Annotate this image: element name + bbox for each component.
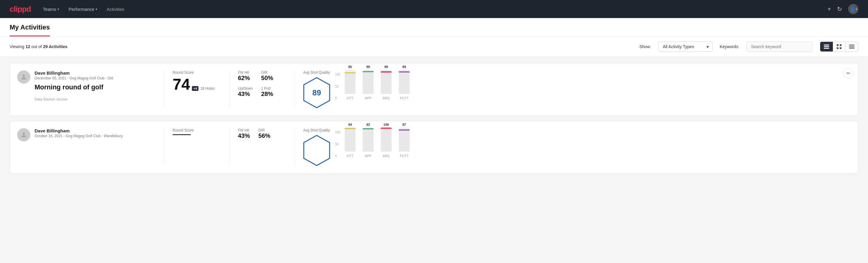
card-divider-3: [294, 128, 295, 166]
bar-value-label: 93: [366, 123, 370, 126]
user-date: December 05, 2021 - Gog Magog Golf Club …: [35, 76, 155, 80]
hexagon: 89: [303, 77, 330, 108]
round-score-label: Round Score: [173, 128, 221, 133]
gir-value: 56%: [258, 133, 270, 139]
bar-container: [381, 127, 392, 152]
round-score-block: [173, 134, 221, 135]
one-putt-value: 28%: [261, 91, 273, 97]
svg-rect-6: [840, 47, 841, 49]
show-label: Show:: [640, 44, 651, 49]
bar-group-arg: 106ARG: [381, 123, 392, 158]
avg-shot-quality-label: Avg Shot Quality: [303, 128, 330, 133]
bar-container: [399, 127, 410, 152]
bar-value-label: 106: [383, 123, 389, 126]
nav-item-activities[interactable]: Activities: [107, 4, 125, 14]
bar-chart: 94OTT93APP106ARG87PUTT: [345, 130, 410, 164]
card-divider-3: [294, 70, 295, 108]
score-number: 74: [173, 77, 190, 92]
bar-group-app: 90APP: [363, 65, 374, 100]
bar-chart: 85OTT90APP89ARG89PUTT: [345, 73, 410, 106]
bar-axis-label: APP: [365, 96, 371, 100]
bar-value-label: 87: [402, 123, 406, 126]
hexagon-wrap: [303, 135, 330, 166]
user-icon: 👤: [850, 6, 856, 12]
bar-axis-label: OTT: [347, 96, 353, 100]
page-header: My Activities: [0, 18, 868, 37]
bar-axis-label: APP: [365, 154, 371, 158]
svg-rect-4: [840, 44, 841, 46]
view-list-compact-button[interactable]: [845, 42, 858, 52]
bar-value-label: 85: [348, 65, 352, 68]
updown-stat: Up/Down 43%: [238, 86, 253, 97]
avg-label-col: Avg Shot Quality 89: [303, 70, 330, 108]
updown-value: 43%: [238, 91, 253, 97]
svg-rect-9: [849, 47, 855, 48]
bar-axis-label: PUTT: [400, 96, 409, 100]
hex-value: 89: [312, 88, 321, 97]
bar-container: [363, 127, 374, 152]
navbar-right: + ↻ 👤 ▾: [828, 4, 858, 14]
fw-hit-label: FW Hit: [238, 128, 250, 133]
bar-value-label: 90: [366, 65, 370, 68]
svg-rect-5: [837, 47, 839, 49]
bar-fill: [363, 72, 374, 94]
bar-chart-container: 100 50 0 94OTT93APP106ARG87PUTT: [337, 130, 410, 164]
avg-shot-quality-section: Avg Shot Quality 89 100 50 0: [303, 70, 851, 108]
bar-container: [363, 70, 374, 94]
card-left: Dave Billingham October 16, 2021 - Gog M…: [17, 128, 155, 141]
filter-bar: Viewing 12 out of 29 Activities Show: Al…: [0, 37, 868, 57]
svg-rect-10: [849, 48, 855, 49]
data-source: Data Source: Arccos: [35, 97, 155, 101]
gir-value: 50%: [261, 75, 273, 82]
bar-group-arg: 89ARG: [381, 65, 392, 100]
svg-rect-2: [824, 48, 829, 49]
bar-fill: [345, 129, 355, 152]
score-badge: +4: [192, 86, 199, 91]
activity-card: Dave Billingham December 05, 2021 - Gog …: [10, 63, 858, 116]
add-icon[interactable]: +: [828, 6, 831, 12]
card-divider-2: [229, 70, 229, 108]
bar-chart-container: 100 50 0 85OTT90APP89ARG89PUTT: [337, 73, 410, 106]
bar-value-label: 89: [402, 65, 406, 68]
edit-button[interactable]: ✏: [843, 68, 853, 78]
viewing-count-text: Viewing 12 out of 29 Activities: [10, 44, 67, 49]
svg-marker-14: [304, 136, 330, 166]
one-putt-label: 1 Putt: [261, 86, 273, 91]
fw-hit-value: 43%: [238, 133, 250, 139]
view-list-detailed-button[interactable]: [820, 42, 833, 52]
fw-hit-stat: FW Hit 62%: [238, 70, 253, 82]
keywords-label: Keywords:: [720, 44, 739, 49]
performance-chevron-icon: ▾: [96, 7, 97, 11]
svg-point-11: [23, 75, 25, 77]
user-chevron-icon: ▾: [856, 7, 857, 11]
navbar: clippd Teams ▾ Performance ▾ Activities …: [0, 0, 868, 18]
bar-fill: [381, 129, 392, 152]
bar-value-label: 94: [348, 123, 352, 126]
activity-type-dropdown[interactable]: All Activity Types: [658, 41, 713, 52]
nav-item-teams[interactable]: Teams ▾: [43, 4, 59, 14]
activity-card: Dave Billingham October 16, 2021 - Gog M…: [10, 121, 858, 174]
svg-rect-7: [849, 45, 855, 45]
bar-fill: [381, 72, 392, 94]
svg-rect-1: [824, 46, 829, 47]
keyword-search-input[interactable]: [746, 41, 813, 52]
svg-rect-8: [849, 46, 855, 46]
bar-container: [381, 70, 392, 94]
round-score-block: 74 +4 18 Holes: [173, 77, 221, 92]
refresh-icon[interactable]: ↻: [837, 5, 842, 12]
activity-type-dropdown-wrapper: All Activity Types: [658, 41, 713, 52]
card-divider-1: [164, 128, 164, 166]
gir-label: GIR: [258, 128, 270, 133]
bar-axis-label: ARG: [382, 154, 390, 158]
user-avatar-button[interactable]: 👤 ▾: [848, 4, 858, 14]
y-axis-labels: 100 50 0: [335, 130, 340, 158]
nav-item-performance[interactable]: Performance ▾: [69, 4, 97, 14]
stat-col-left: FW Hit 43%: [238, 128, 250, 139]
bar-group-putt: 87PUTT: [399, 123, 410, 158]
user-info: Dave Billingham December 05, 2021 - Gog …: [35, 70, 155, 101]
round-score-section: Round Score: [173, 128, 221, 135]
bar-group-ott: 94OTT: [345, 123, 355, 158]
view-grid-button[interactable]: [833, 42, 845, 52]
svg-rect-0: [824, 45, 829, 46]
bar-container: [345, 127, 355, 152]
